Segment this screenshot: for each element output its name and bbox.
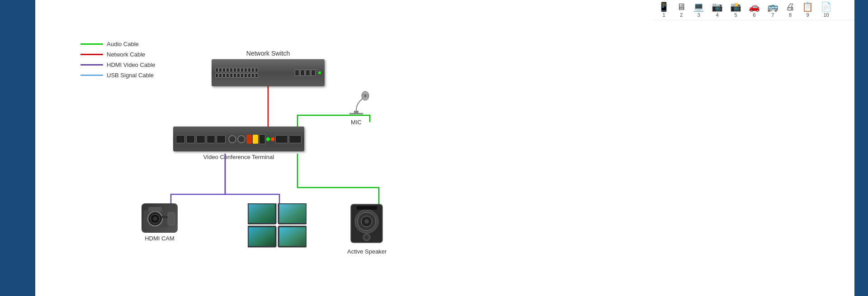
switch-port	[237, 68, 240, 72]
vct-label: Video Conference Terminal	[173, 154, 304, 160]
top-icon-1: 📱 1	[658, 2, 670, 18]
cam-svg	[142, 203, 178, 233]
display-svg	[248, 203, 307, 249]
switch-port	[215, 68, 218, 72]
vct-device: Video Conference Terminal	[173, 127, 304, 160]
top-icon-bar: 📱 1 🖥 2 💻 3 📷 4 📸 5 🚗 6 🚌 7 🖨 8	[654, 0, 854, 20]
vct-port	[176, 135, 185, 143]
switch-port	[248, 73, 251, 78]
vct-device-body	[173, 127, 304, 151]
switch-port	[233, 73, 236, 78]
vct-port	[217, 135, 226, 143]
switch-port	[255, 68, 258, 72]
vct-port	[289, 135, 302, 143]
right-sidebar	[854, 0, 868, 296]
switch-sfp-port	[300, 70, 305, 76]
top-icon-7: 🚌 7	[767, 2, 778, 18]
network-switch-label: Network Switch	[212, 50, 325, 57]
vct-rca-port	[246, 135, 252, 144]
network-switch: Network Switch	[212, 50, 325, 86]
switch-port	[233, 68, 236, 72]
active-speaker-label: Active Speaker	[347, 248, 387, 255]
vct-led	[271, 137, 274, 141]
svg-point-27	[364, 219, 369, 224]
svg-rect-22	[279, 227, 306, 246]
diagram: Network Switch	[71, 27, 845, 287]
vct-rca-port	[253, 135, 258, 144]
vct-port	[196, 135, 205, 143]
switch-port	[241, 73, 244, 78]
mic-label: MIC	[340, 119, 372, 126]
svg-rect-30	[357, 206, 377, 210]
switch-port	[215, 73, 218, 78]
switch-port	[248, 68, 251, 72]
display-screen-device	[248, 203, 307, 250]
switch-port	[222, 68, 226, 72]
svg-rect-12	[148, 207, 162, 211]
switch-port	[251, 68, 255, 72]
hdmi-cam-device: HDMI CAM	[142, 203, 178, 242]
switch-sfp-port	[295, 70, 299, 76]
switch-port	[237, 73, 240, 78]
left-sidebar	[0, 0, 35, 296]
svg-rect-2	[349, 113, 363, 114]
vct-port	[275, 135, 288, 143]
top-icon-6: 🚗 6	[749, 2, 760, 18]
switch-port	[244, 68, 247, 72]
svg-rect-19	[249, 204, 275, 223]
switch-port	[219, 68, 222, 72]
svg-rect-13	[168, 212, 175, 225]
switch-port	[241, 68, 244, 72]
vct-port	[186, 135, 195, 143]
vct-circular-port	[237, 135, 245, 143]
top-icon-2: 🖥 2	[677, 2, 686, 18]
active-speaker-device: Active Speaker	[347, 203, 387, 255]
svg-rect-1	[354, 111, 359, 113]
mic-device: MIC	[340, 88, 372, 126]
switch-sfp-port	[306, 70, 310, 76]
top-icon-10: 📄 10	[821, 2, 832, 18]
switch-port	[222, 73, 226, 78]
svg-point-29	[365, 235, 368, 239]
svg-point-11	[153, 216, 157, 221]
cam-device-body	[142, 203, 178, 233]
switch-port	[251, 73, 255, 78]
speaker-svg	[350, 203, 384, 244]
vct-led	[266, 137, 270, 141]
top-icon-4: 📷 4	[712, 2, 723, 18]
svg-rect-21	[249, 227, 275, 246]
vct-wide-port	[259, 134, 265, 144]
top-icon-5: 📸 5	[730, 2, 741, 18]
switch-port	[219, 73, 222, 78]
switch-port	[244, 73, 247, 78]
top-icon-9: 📋 9	[802, 2, 813, 18]
switch-sfp-port	[311, 70, 316, 76]
switch-port	[230, 73, 233, 78]
top-icon-3: 💻 3	[693, 2, 704, 18]
switch-port	[230, 68, 233, 72]
mic-icon	[340, 88, 372, 115]
vct-port	[207, 135, 216, 143]
svg-rect-20	[279, 204, 306, 223]
hdmi-cam-label: HDMI CAM	[142, 235, 178, 242]
switch-device-body	[212, 59, 325, 86]
switch-port	[226, 68, 229, 72]
switch-port	[226, 73, 229, 78]
main-content-area: 📱 1 🖥 2 💻 3 📷 4 📸 5 🚗 6 🚌 7 🖨 8	[35, 0, 854, 296]
top-icon-8: 🖨 8	[786, 2, 795, 18]
vct-circular-port	[228, 135, 236, 143]
switch-port	[255, 73, 258, 78]
svg-rect-14	[161, 216, 168, 218]
